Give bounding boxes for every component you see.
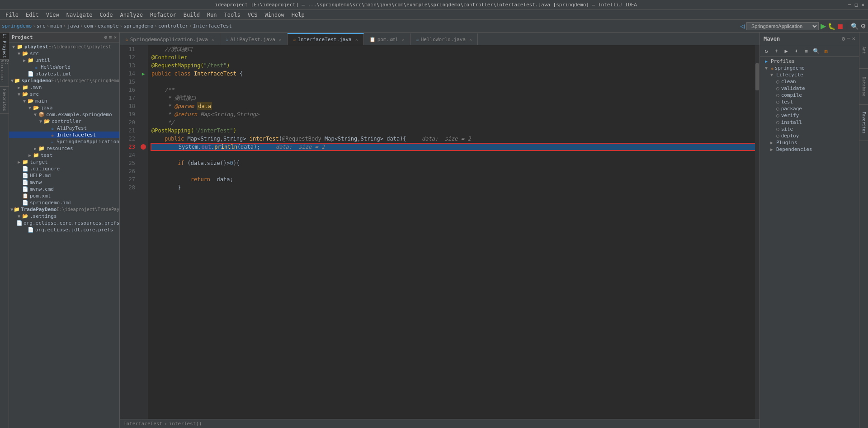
breadcrumb-main[interactable]: main <box>50 23 62 29</box>
maven-validate[interactable]: ○ validate <box>760 85 859 92</box>
close-btn[interactable]: ✕ <box>861 2 864 8</box>
menu-code[interactable]: Code <box>96 11 117 19</box>
tree-alipaytest[interactable]: ☕ AliPayTest <box>9 125 119 132</box>
maven-dependencies[interactable]: ▶ Dependencies <box>760 146 859 153</box>
tree-mvn[interactable]: ▶ 📁 .mvn <box>9 84 119 91</box>
breadcrumb-class[interactable]: InterfaceTest <box>123 421 162 427</box>
maven-verify[interactable]: ○ verify <box>760 112 859 119</box>
maven-package[interactable]: ○ package <box>760 105 859 112</box>
breadcrumb-springdemo2[interactable]: springdemo <box>123 23 153 29</box>
tab-pom[interactable]: 📋 pom.xml ✕ <box>364 33 410 45</box>
tree-test-folder[interactable]: ▶ 📁 test <box>9 152 119 159</box>
tree-playtest-src[interactable]: ▼ 📂 src <box>9 50 119 57</box>
tree-controller[interactable]: ▼ 📂 controller <box>9 118 119 125</box>
tab-close-interfacetest[interactable]: ✕ <box>355 37 358 42</box>
editor-scrollbar[interactable] <box>755 45 760 419</box>
maven-install[interactable]: ○ install <box>760 119 859 126</box>
tree-main[interactable]: ▼ 📂 main <box>9 98 119 104</box>
tree-resources[interactable]: ▶ 📁 resources <box>9 145 119 152</box>
tree-settings[interactable]: ▼ 📂 .settings <box>9 213 119 220</box>
maven-site[interactable]: ○ site <box>760 126 859 132</box>
nav-back-icon[interactable]: ◁ <box>740 22 745 30</box>
left-tab-favorites[interactable]: Favorites <box>0 87 9 114</box>
menu-view[interactable]: View <box>42 11 63 19</box>
stop-button[interactable]: ◼ <box>837 22 843 30</box>
maven-run-icon[interactable]: ▶ <box>782 47 791 56</box>
maven-search-icon[interactable]: 🔍 <box>811 47 821 56</box>
tree-mvnw[interactable]: 📄 mvnw <box>9 179 119 186</box>
code-editor[interactable]: 11 12 13 14 15 16 17 18 19 20 21 22 23 2… <box>120 45 760 419</box>
config-selector[interactable]: SpringdemoApplication <box>746 22 819 30</box>
tab-interfacetest[interactable]: ☕ InterfaceTest.java ✕ <box>288 33 364 45</box>
tree-pom[interactable]: 📋 pom.xml <box>9 193 119 199</box>
left-tab-structure[interactable]: 2: Structure <box>0 60 9 87</box>
tab-close-helloworld[interactable]: ✕ <box>469 37 472 42</box>
menu-tools[interactable]: Tools <box>221 11 244 19</box>
tree-playtest[interactable]: ▼ 📁 playtest E:\ideaproject\playtest <box>9 43 119 50</box>
tab-close-pom[interactable]: ✕ <box>402 37 405 42</box>
breadcrumb-method[interactable]: interTest() <box>169 421 202 427</box>
maven-collapse-icon[interactable]: ≡ <box>802 47 811 56</box>
right-tab-database[interactable]: Database <box>859 69 868 105</box>
breadcrumb-example[interactable]: example <box>98 23 118 29</box>
tree-helpmd[interactable]: 📄 HELP.md <box>9 172 119 179</box>
tab-close-alipay[interactable]: ✕ <box>279 37 282 42</box>
menu-analyze[interactable]: Analyze <box>116 11 146 19</box>
tree-playtest-iml[interactable]: 📄 playtest.iml <box>9 71 119 77</box>
maven-settings-icon[interactable]: ⚙ <box>842 35 845 42</box>
search-icon[interactable]: 🔍 <box>851 23 859 30</box>
tree-gitignore[interactable]: 📄 .gitignore <box>9 165 119 172</box>
tree-springdemo-iml[interactable]: 📄 springdemo.iml <box>9 199 119 206</box>
debug-button[interactable]: 🐛 <box>828 23 835 30</box>
maven-deploy[interactable]: ○ deploy <box>760 132 859 139</box>
right-tab-ant[interactable]: Ant <box>859 33 868 69</box>
tree-package[interactable]: ▼ 📦 com.example.springdemo <box>9 111 119 118</box>
menu-help[interactable]: Help <box>288 11 308 19</box>
maven-download-icon[interactable]: ⬇ <box>792 47 801 56</box>
tree-interfacetest[interactable]: ☕ InterfaceTest <box>9 132 119 138</box>
project-gear-icon[interactable]: ⚙ <box>104 34 107 40</box>
breadcrumb-src[interactable]: src <box>37 23 46 29</box>
maven-minimize-icon[interactable]: ─ <box>847 35 850 42</box>
breadcrumb-interfacetest[interactable]: InterfaceTest <box>193 23 232 29</box>
maven-plugins[interactable]: ▶ Plugins <box>760 139 859 146</box>
breadcrumb-controller[interactable]: controller <box>158 23 188 29</box>
menu-build[interactable]: Build <box>180 11 203 19</box>
project-close-icon[interactable]: ✕ <box>113 34 117 40</box>
project-layout-icon[interactable]: ≡ <box>109 34 112 40</box>
breakpoint-icon[interactable] <box>141 144 146 150</box>
maven-profiles[interactable]: ▶ Profiles <box>760 58 859 65</box>
run-button[interactable]: ▶ <box>821 22 826 30</box>
breadcrumb-springdemo[interactable]: springdemo <box>2 23 32 29</box>
code-content[interactable]: //测试接口 @Controller @RequestMapping("/tes… <box>148 45 755 419</box>
tree-prefs2[interactable]: 📄 org.eclipse.jdt.core.prefs <box>9 226 119 233</box>
tree-prefs1[interactable]: 📄 org.eclipse.core.resources.prefs <box>9 220 119 226</box>
breadcrumb-java[interactable]: java <box>67 23 79 29</box>
tree-springdemo-app[interactable]: ☕ SpringdemoApplication <box>9 138 119 145</box>
tree-helloworld[interactable]: ☕ HelloWorld <box>9 64 119 71</box>
tab-helloworld[interactable]: ☕ HelloWorld.java ✕ <box>410 33 478 45</box>
tree-mvnwcmd[interactable]: 📄 mvnw.cmd <box>9 186 119 193</box>
maven-test[interactable]: ○ test <box>760 99 859 105</box>
maven-springdemo[interactable]: ▼ ☕ springdemo <box>760 65 859 71</box>
menu-navigate[interactable]: Navigate <box>63 11 96 19</box>
maven-lifecycle[interactable]: ▼ Lifecycle <box>760 71 859 78</box>
left-tab-project[interactable]: 1: Project <box>0 33 9 60</box>
right-tab-favorites[interactable]: Favorites <box>859 105 868 141</box>
menu-refactor[interactable]: Refactor <box>146 11 180 19</box>
tree-springdemo[interactable]: ▼ 📁 springdemo E:\ideaproject\springdemo <box>9 77 119 84</box>
tab-close-springdemo[interactable]: ✕ <box>212 37 214 42</box>
settings-icon[interactable]: ⚙ <box>860 23 866 30</box>
tree-tradepaydemo[interactable]: ▼ 📁 TradePayDemo E:\ideaproject\TradePay <box>9 206 119 213</box>
tab-alipay[interactable]: ☕ AliPayTest.java ✕ <box>220 33 288 45</box>
breadcrumb-com[interactable]: com <box>84 23 93 29</box>
menu-window[interactable]: Window <box>261 11 288 19</box>
maven-m-icon[interactable]: m <box>821 47 830 56</box>
maven-close-icon[interactable]: ✕ <box>852 35 855 42</box>
menu-run[interactable]: Run <box>203 11 221 19</box>
tree-java[interactable]: ▼ 📂 java <box>9 104 119 111</box>
tree-playtest-until[interactable]: ▶ 📁 until <box>9 57 119 64</box>
menu-vcs[interactable]: VCS <box>244 11 261 19</box>
tab-springdemo-app[interactable]: ☕ SpringdemoApplication.java ✕ <box>120 33 220 45</box>
minimize-btn[interactable]: ─ <box>848 2 851 8</box>
